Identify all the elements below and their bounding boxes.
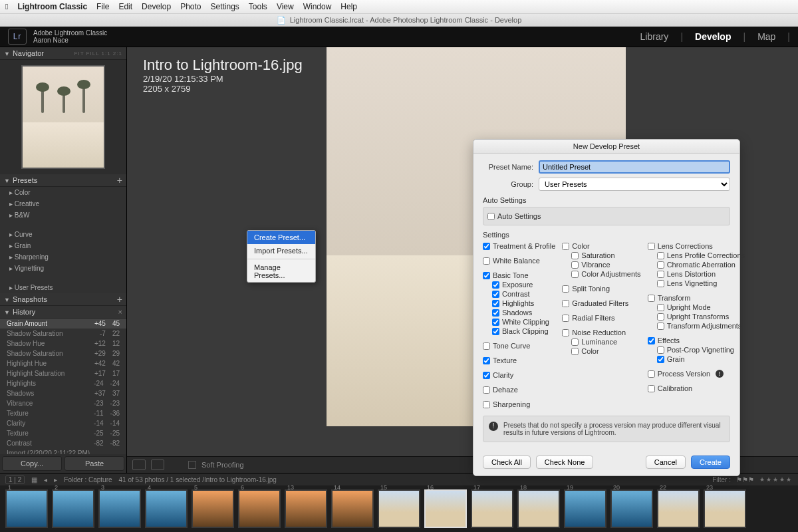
history-step[interactable]: Highlight Hue+4242 — [0, 358, 126, 368]
preset-folder[interactable]: ▸ Curve — [0, 229, 126, 240]
setting-checkbox[interactable]: White Clipping — [483, 317, 555, 327]
history-step[interactable]: Shadows+3737 — [0, 388, 126, 398]
mac-menu-item[interactable]: Tools — [249, 2, 267, 11]
check-none-button[interactable]: Check None — [536, 456, 594, 469]
paste-button[interactable]: Paste — [65, 456, 124, 471]
arrow-left-icon[interactable]: ◂ — [44, 476, 47, 483]
setting-checkbox[interactable]: Calibration — [648, 384, 745, 393]
mac-menu-item[interactable]: File — [96, 2, 109, 11]
setting-checkbox[interactable]: Grain — [648, 354, 745, 364]
history-step[interactable]: Vibrance-23-23 — [0, 398, 126, 408]
softproof-checkbox[interactable] — [188, 461, 196, 469]
history-step[interactable]: Texture-11-36 — [0, 408, 126, 418]
setting-checkbox[interactable]: Treatment & Profile — [483, 241, 555, 251]
setting-checkbox[interactable]: Upright Mode — [648, 303, 745, 312]
preset-folder[interactable]: ▸ Color — [0, 187, 126, 198]
setting-checkbox[interactable]: Post-Crop Vignetting — [648, 345, 745, 354]
setting-checkbox[interactable]: Split Toning — [562, 284, 640, 293]
setting-checkbox[interactable]: Color — [562, 346, 640, 356]
history-step[interactable]: Highlight Saturation+1717 — [0, 368, 126, 378]
mac-menu-item[interactable]: View — [277, 2, 294, 11]
setting-checkbox[interactable]: Upright Transforms — [648, 312, 745, 321]
second-window-toggle[interactable]: 1 | 2 — [5, 475, 25, 484]
navigator-header[interactable]: ▼Navigator FIT FILL 1:1 2:1 — [0, 47, 126, 60]
mac-menu-item[interactable]: Help — [340, 2, 357, 11]
setting-checkbox[interactable]: Shadows — [483, 308, 555, 317]
mac-menu-item[interactable]: Photo — [180, 2, 201, 11]
history-step[interactable]: Shadow Saturation-722 — [0, 329, 126, 338]
navigator-modes[interactable]: FIT FILL 1:1 2:1 — [74, 51, 122, 57]
filmstrip-thumbnail[interactable]: 18 — [517, 489, 560, 528]
module-library[interactable]: Library — [640, 31, 669, 42]
preset-folder[interactable]: ▸ Sharpening — [0, 251, 126, 263]
history-header[interactable]: ▼History × — [0, 306, 126, 319]
setting-checkbox[interactable]: Dehaze — [483, 385, 555, 394]
setting-checkbox[interactable]: Lens Profile Corrections — [648, 251, 745, 260]
setting-checkbox[interactable]: Black Clipping — [483, 327, 555, 336]
setting-checkbox[interactable]: Lens Vignetting — [648, 279, 745, 288]
module-map[interactable]: Map — [757, 31, 775, 42]
preset-folder[interactable]: ▸ Vignetting — [0, 263, 126, 274]
auto-settings-checkbox[interactable] — [487, 213, 495, 220]
setting-checkbox[interactable]: Radial Filters — [562, 313, 640, 323]
setting-checkbox[interactable]: Exposure — [483, 280, 555, 289]
ctx-create-preset[interactable]: Create Preset... — [247, 231, 315, 244]
filmstrip-thumbnail[interactable]: 6 — [238, 489, 281, 528]
history-step[interactable]: Texture-25-25 — [0, 428, 126, 438]
preset-folder[interactable]: ▸ B&W — [0, 209, 126, 221]
module-develop[interactable]: Develop — [695, 31, 731, 42]
filmstrip-thumbnail[interactable]: 13 — [285, 489, 327, 528]
cancel-button[interactable]: Cancel — [646, 456, 686, 469]
filmstrip-thumbnail[interactable]: 23 — [704, 489, 746, 528]
setting-checkbox[interactable]: Contrast — [483, 289, 555, 299]
preset-name-input[interactable] — [539, 160, 730, 174]
filmstrip-thumbnail[interactable]: 1 — [5, 489, 48, 528]
filmstrip-thumbnail[interactable]: 14 — [331, 489, 374, 528]
filmstrip-thumbnail[interactable]: 3 — [98, 489, 141, 528]
snapshots-header[interactable]: ▼Snapshots + — [0, 293, 126, 306]
history-step[interactable]: Import (2/20/20 2:11:22 PM) — [0, 448, 126, 454]
setting-checkbox[interactable]: Tone Curve — [483, 341, 555, 350]
history-step[interactable]: Shadow Hue+1212 — [0, 338, 126, 348]
grid-icon[interactable]: ▦ — [31, 476, 37, 483]
ctx-manage-presets[interactable]: Manage Presets... — [247, 261, 315, 282]
mac-menu-item[interactable]: Window — [303, 2, 332, 11]
setting-checkbox[interactable]: Saturation — [562, 251, 640, 260]
ctx-import-presets[interactable]: Import Presets... — [247, 244, 315, 257]
folder-path[interactable]: Folder : Capture — [64, 476, 112, 483]
preset-folder[interactable]: ▸ Creative — [0, 198, 126, 209]
setting-checkbox[interactable]: Chromatic Aberration — [648, 260, 745, 269]
loupe-view-icon[interactable] — [132, 460, 146, 470]
filmstrip-thumbnail[interactable]: 2 — [52, 489, 94, 528]
add-preset-icon[interactable]: + — [117, 175, 122, 186]
history-step[interactable]: Grain Amount+4545 — [0, 319, 126, 329]
setting-checkbox[interactable]: Color — [562, 241, 640, 251]
history-step[interactable]: Shadow Saturation+2929 — [0, 348, 126, 358]
copy-button[interactable]: Copy... — [2, 456, 62, 471]
history-step[interactable]: Highlights-24-24 — [0, 378, 126, 388]
group-select[interactable]: User Presets — [539, 178, 730, 191]
history-step[interactable]: Clarity-14-14 — [0, 418, 126, 428]
setting-checkbox[interactable]: Highlights — [483, 299, 555, 308]
flag-filter-icon[interactable]: ⚑⚑⚑ — [736, 476, 754, 483]
clear-history-icon[interactable]: × — [118, 308, 122, 316]
rating-filter[interactable]: ★★★★★ — [759, 476, 793, 483]
presets-header[interactable]: ▼Presets + — [0, 174, 126, 187]
check-all-button[interactable]: Check All — [483, 456, 531, 469]
setting-checkbox[interactable]: Transform Adjustments — [648, 321, 745, 331]
mac-menu-item[interactable]: Edit — [118, 2, 132, 11]
preset-folder[interactable]: ▸ User Presets — [0, 282, 126, 293]
setting-checkbox[interactable]: Clarity — [483, 370, 555, 380]
mac-menu-item[interactable]: Settings — [211, 2, 239, 11]
setting-checkbox[interactable]: Process Version! — [648, 369, 745, 378]
setting-checkbox[interactable]: Sharpening — [483, 400, 555, 409]
create-button[interactable]: Create — [691, 456, 730, 469]
filmstrip-thumbnail[interactable]: 16 — [424, 489, 467, 528]
setting-checkbox[interactable]: Texture — [483, 356, 555, 365]
filmstrip-thumbnail[interactable]: 4 — [145, 489, 188, 528]
before-after-icon[interactable] — [151, 460, 164, 470]
filmstrip-thumbnail[interactable]: 5 — [192, 489, 234, 528]
history-step[interactable]: Contrast-82-82 — [0, 438, 126, 448]
setting-checkbox[interactable]: Noise Reduction — [562, 328, 640, 337]
setting-checkbox[interactable]: Lens Distortion — [648, 269, 745, 279]
